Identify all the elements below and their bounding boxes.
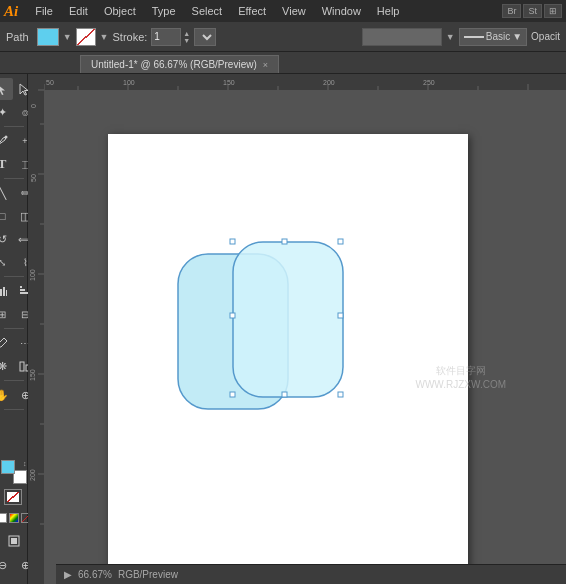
svg-rect-53 [282, 239, 287, 244]
magic-wand-btn[interactable]: ✦ [0, 101, 13, 123]
svg-rect-31 [28, 74, 44, 584]
tab-title: Untitled-1* @ 66.67% (RGB/Preview) [91, 59, 257, 70]
hand-tool-btn[interactable]: ✋ [0, 384, 13, 406]
watermark: 软件目字网 WWW.RJZXW.COM [415, 364, 506, 392]
svg-marker-1 [20, 84, 28, 95]
gradient-swatch-btn[interactable] [9, 513, 19, 523]
fill-color-swatch[interactable] [37, 28, 59, 46]
scale-tool-btn[interactable]: ⤡ [0, 251, 13, 273]
stroke-up-btn[interactable]: ▲ [183, 30, 190, 37]
divider-5 [4, 380, 24, 381]
menu-effect[interactable]: Effect [231, 3, 273, 19]
style-preview-box [362, 28, 442, 46]
change-screen-mode-btn[interactable] [3, 530, 25, 552]
svg-rect-4 [0, 289, 2, 296]
svg-text:100: 100 [123, 79, 135, 86]
svg-rect-55 [230, 313, 235, 318]
svg-text:150: 150 [223, 79, 235, 86]
menu-file[interactable]: File [28, 3, 60, 19]
style-box-dropdown[interactable]: ▼ [446, 32, 455, 42]
svg-rect-9 [20, 286, 22, 288]
style-label: Basic [486, 31, 510, 42]
divider-4 [4, 328, 24, 329]
stroke-label: Stroke: [112, 31, 147, 43]
svg-rect-5 [3, 287, 5, 296]
stroke-icon[interactable] [76, 28, 96, 46]
color-mode: RGB/Preview [118, 569, 178, 580]
eyedropper-btn[interactable] [0, 332, 13, 354]
foreground-color-swatch[interactable] [1, 460, 15, 474]
style-dropdown[interactable]: Basic ▼ [459, 28, 527, 46]
menu-view[interactable]: View [275, 3, 313, 19]
watermark-line2: WWW.RJZXW.COM [415, 378, 506, 392]
color-swatches-area: ↕ [0, 460, 31, 529]
path-label: Path [6, 31, 29, 43]
menu-help[interactable]: Help [370, 3, 407, 19]
left-toolbar: ✦ ⌾ + T ⌶ ╲ [0, 74, 28, 584]
svg-text:50: 50 [30, 174, 37, 182]
background-color-swatch[interactable] [13, 470, 27, 484]
stroke-weight-input[interactable] [151, 28, 181, 46]
menu-type[interactable]: Type [145, 3, 183, 19]
svg-rect-54 [282, 392, 287, 397]
app-logo: Ai [4, 3, 18, 20]
svg-rect-10 [20, 362, 24, 371]
svg-text:200: 200 [29, 469, 36, 481]
stroke-down-btn[interactable]: ▼ [183, 37, 190, 44]
svg-rect-52 [338, 392, 343, 397]
rotate-tool-btn[interactable]: ↺ [0, 228, 13, 250]
pen-tool-btn[interactable] [0, 130, 13, 152]
color-mode-swatches [0, 513, 31, 523]
tab-close-button[interactable]: × [263, 60, 268, 70]
svg-rect-49 [230, 239, 235, 244]
svg-text:0: 0 [30, 104, 37, 108]
grid-btn[interactable]: ⊞ [544, 4, 562, 18]
stock-btn[interactable]: St [523, 4, 542, 18]
tab-bar: Untitled-1* @ 66.67% (RGB/Preview) × [0, 52, 566, 74]
style-dropdown-arrow[interactable]: ▼ [512, 31, 522, 42]
svg-point-2 [5, 136, 8, 139]
vertical-ruler: 0 50 100 150 200 [28, 74, 44, 584]
stroke-dropdown-arrow[interactable]: ▼ [100, 32, 109, 42]
fill-dropdown-arrow[interactable]: ▼ [63, 32, 72, 42]
document-tab[interactable]: Untitled-1* @ 66.67% (RGB/Preview) × [80, 55, 279, 73]
white-swatch-btn[interactable] [0, 513, 7, 523]
zoom-level[interactable]: 66.67% [78, 569, 112, 580]
horizontal-ruler: 50 100 150 200 250 [28, 74, 566, 90]
status-bar: ▶ 66.67% RGB/Preview [56, 564, 566, 584]
shapes-canvas [168, 234, 368, 454]
type-tool-btn[interactable]: T [0, 153, 13, 175]
menu-object[interactable]: Object [97, 3, 143, 19]
zoom-out-btn[interactable]: ⊖ [0, 554, 13, 576]
svg-rect-7 [20, 289, 25, 291]
symbol-btn[interactable]: ❋ [0, 355, 13, 377]
svg-text:200: 200 [323, 79, 335, 86]
stroke-swatch[interactable] [5, 490, 21, 504]
svg-text:150: 150 [29, 369, 36, 381]
divider-3 [4, 276, 24, 277]
selection-tool-btn[interactable] [0, 78, 13, 100]
rectangle-tool-btn[interactable]: □ [0, 205, 13, 227]
divider-6 [4, 409, 24, 410]
svg-text:250: 250 [423, 79, 435, 86]
menu-select[interactable]: Select [185, 3, 230, 19]
line-tool-btn[interactable]: ╲ [0, 182, 13, 204]
bridge-btn[interactable]: Br [502, 4, 521, 18]
graph-tool-btn[interactable] [0, 280, 13, 302]
svg-text:50: 50 [46, 79, 54, 86]
svg-rect-14 [28, 74, 566, 90]
menu-window[interactable]: Window [315, 3, 368, 19]
svg-text:100: 100 [29, 269, 36, 281]
svg-rect-48 [233, 242, 343, 397]
watermark-line1: 软件目字网 [415, 364, 506, 378]
svg-rect-51 [230, 392, 235, 397]
menu-edit[interactable]: Edit [62, 3, 95, 19]
stroke-options-select[interactable] [194, 28, 216, 46]
main-area: ✦ ⌾ + T ⌶ ╲ [0, 74, 566, 584]
artboard-tool-btn[interactable]: ⊞ [0, 303, 13, 325]
options-toolbar: Path ▼ ▼ Stroke: ▲ ▼ ▼ Basic ▼ Opacit [0, 22, 566, 52]
divider-1 [4, 126, 24, 127]
svg-rect-56 [338, 313, 343, 318]
swap-colors-btn[interactable]: ↕ [23, 460, 27, 467]
svg-rect-6 [6, 290, 7, 296]
